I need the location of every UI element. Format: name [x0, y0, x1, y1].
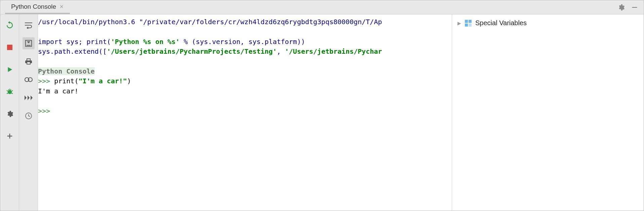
- console-heading: Python Console: [38, 67, 95, 75]
- settings-button[interactable]: [4, 108, 16, 120]
- interpreter-path: /usr/local/bin/python3.6 "/private/var/f…: [38, 18, 382, 26]
- stop-button[interactable]: [4, 41, 16, 53]
- special-variables-row[interactable]: ▶ Special Variables: [457, 19, 638, 27]
- primary-toolbar: [0, 14, 19, 211]
- variables-panel: ▶ Special Variables: [452, 14, 644, 211]
- svg-rect-7: [465, 20, 468, 23]
- svg-point-2: [8, 90, 12, 94]
- rerun-button[interactable]: [4, 19, 16, 31]
- new-console-button[interactable]: [4, 130, 16, 142]
- console-prompt[interactable]: >>>: [38, 107, 54, 115]
- secondary-toolbar: [19, 14, 38, 211]
- console-editor[interactable]: /usr/local/bin/python3.6 "/private/var/f…: [38, 14, 452, 211]
- console-line: sys.path.extend(['/Users/jetbrains/Pycha…: [38, 47, 382, 55]
- python-console-tool-window: Python Console ✕: [0, 0, 644, 211]
- svg-rect-8: [469, 20, 472, 23]
- console-output: I'm a car!: [38, 87, 78, 95]
- gear-icon[interactable]: [617, 3, 626, 12]
- close-icon[interactable]: ✕: [59, 4, 64, 10]
- history-button[interactable]: [23, 110, 35, 122]
- show-queue-button[interactable]: [23, 92, 35, 104]
- tab-label: Python Console: [11, 3, 56, 10]
- svg-rect-9: [465, 24, 468, 27]
- tab-bar: Python Console ✕: [0, 0, 644, 14]
- console-line: >>> print("I'm a car!"): [38, 77, 131, 85]
- minimize-icon[interactable]: [630, 3, 639, 12]
- main-area: /usr/local/bin/python3.6 "/private/var/f…: [0, 14, 644, 211]
- chevron-right-icon[interactable]: ▶: [457, 20, 461, 26]
- print-button[interactable]: [23, 55, 35, 68]
- svg-rect-0: [632, 7, 637, 8]
- soft-wrap-button[interactable]: [23, 19, 35, 31]
- tab-python-console[interactable]: Python Console ✕: [5, 0, 70, 14]
- variables-group-icon: [465, 19, 472, 27]
- variables-label: Special Variables: [475, 19, 527, 27]
- run-button[interactable]: [4, 64, 16, 76]
- console-line: import sys; print('Python %s on %s' % (s…: [38, 38, 305, 46]
- scroll-to-end-button[interactable]: [23, 37, 35, 49]
- debug-button[interactable]: [4, 86, 16, 98]
- svg-rect-1: [7, 45, 12, 50]
- show-variables-button[interactable]: [23, 74, 35, 86]
- svg-rect-10: [469, 24, 472, 27]
